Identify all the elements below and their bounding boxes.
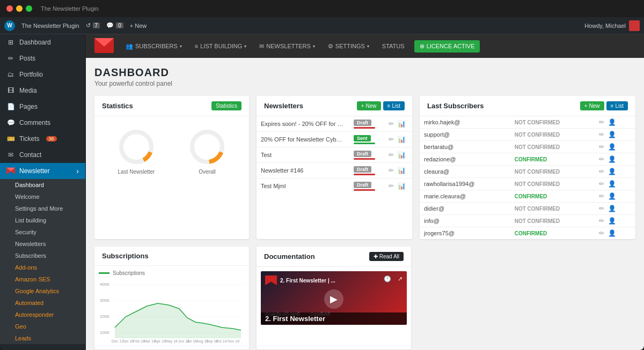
- profile-icon[interactable]: 👤: [608, 143, 616, 151]
- profile-icon[interactable]: 👤: [608, 168, 616, 175]
- submenu-security[interactable]: Security: [0, 226, 85, 238]
- submenu-geo[interactable]: Geo: [0, 321, 85, 332]
- newsletter-row: Test Draft ✏ 📊: [257, 147, 412, 163]
- newsletters-menu[interactable]: ✉NEWSLETTERS▾: [254, 40, 320, 53]
- submenu-newsletters[interactable]: Newsletters: [0, 238, 85, 250]
- sidebar-item-tickets[interactable]: 🎫 Tickets36: [0, 131, 85, 147]
- profile-icon[interactable]: 👤: [608, 155, 616, 163]
- subscriber-row: support@ NOT CONFIRMED ✏ 👤: [420, 129, 635, 141]
- subscriber-row: marie.cleaura@ CONFIRMED ✏ 👤: [420, 190, 635, 203]
- svg-text:Oct 18: Oct 18: [216, 339, 227, 343]
- newsletter-status: Sent: [349, 132, 382, 147]
- licence-button[interactable]: ⊕LICENCE ACTIVE: [414, 40, 480, 53]
- last-subscribers-title: Last Subscribers: [427, 102, 484, 110]
- page-subtitle: Your powerful control panel: [94, 80, 635, 87]
- edit-icon[interactable]: ✏: [389, 120, 394, 128]
- sidebar-item-comments[interactable]: 💬 Comments: [0, 115, 85, 131]
- submenu-leads[interactable]: Leads: [0, 332, 85, 344]
- newsletters-list-btn[interactable]: ≡ List: [383, 101, 405, 110]
- submenu-autoresponder[interactable]: Autoresponder: [0, 309, 85, 321]
- sidebar: ⊞ Dashboard ✏ Posts 🗂 Portfolio 🎞 Media …: [0, 34, 86, 350]
- chart-icon[interactable]: 📊: [398, 136, 406, 143]
- edit-subscriber-icon[interactable]: ✏: [599, 155, 604, 163]
- submenu-list-building[interactable]: List building: [0, 214, 85, 226]
- chart-icon[interactable]: 📊: [398, 120, 406, 128]
- wp-logo[interactable]: W: [4, 20, 15, 31]
- submenu-add-ons[interactable]: Add-ons: [0, 262, 85, 273]
- newsletter-status: Draft: [349, 178, 382, 194]
- edit-icon[interactable]: ✏: [389, 167, 394, 174]
- newsletter-row: Expires soon! - 20% OFF for Newsletter C…: [257, 116, 412, 132]
- statistics-btn[interactable]: Statistics: [211, 101, 241, 110]
- profile-icon[interactable]: 👤: [608, 131, 616, 138]
- edit-icon[interactable]: ✏: [389, 182, 394, 190]
- documentation-card: Documentation ✚ Read All 2. First Newsle…: [257, 247, 411, 349]
- submenu-dashboard[interactable]: Dashboard: [0, 179, 85, 191]
- maximize-button[interactable]: [26, 5, 32, 12]
- newsletters-header: Newsletters + New ≡ List: [257, 96, 412, 116]
- sidebar-item-portfolio[interactable]: 🗂 Portfolio: [0, 66, 85, 83]
- last-subscribers-new-btn[interactable]: + New: [580, 101, 604, 110]
- profile-icon[interactable]: 👤: [608, 192, 616, 200]
- minimize-button[interactable]: [16, 5, 23, 12]
- video-thumbnail[interactable]: 2. First Newsletter | ... 🕐 ↗ Guarda più…: [261, 271, 407, 325]
- edit-subscriber-icon[interactable]: ✏: [599, 131, 604, 138]
- edit-icon[interactable]: ✏: [389, 151, 394, 159]
- profile-icon[interactable]: 👤: [608, 180, 616, 188]
- submenu-settings-more[interactable]: Settings and More: [0, 203, 85, 214]
- newsletter-submenu: Dashboard Welcome Settings and More List…: [0, 179, 85, 344]
- tickets-icon: 🎫: [6, 135, 15, 143]
- edit-subscriber-icon[interactable]: ✏: [599, 168, 604, 175]
- new-button[interactable]: + New: [130, 23, 147, 29]
- newsletters-card: Newsletters + New ≡ List Expires soon! -…: [257, 96, 412, 239]
- edit-subscriber-icon[interactable]: ✏: [599, 205, 604, 212]
- share-icon: ↗: [398, 275, 402, 282]
- profile-icon[interactable]: 👤: [608, 229, 616, 237]
- sidebar-item-contact[interactable]: ✉ Contact: [0, 147, 85, 163]
- submenu-automated[interactable]: Automated: [0, 297, 85, 309]
- profile-icon[interactable]: 👤: [608, 118, 616, 126]
- play-button[interactable]: ▶: [324, 289, 343, 309]
- subscriber-actions: ✏ 👤: [592, 215, 635, 227]
- submenu-google-analytics[interactable]: Google Analytics: [0, 285, 85, 297]
- submenu-welcome[interactable]: Welcome: [0, 191, 85, 203]
- comments-icon[interactable]: 💬0: [106, 22, 123, 29]
- submenu-amazon-ses[interactable]: Amazon SES: [0, 273, 85, 285]
- edit-subscriber-icon[interactable]: ✏: [599, 118, 604, 126]
- chart-icon[interactable]: 📊: [398, 167, 406, 174]
- profile-icon[interactable]: 👤: [608, 205, 616, 212]
- edit-subscriber-icon[interactable]: ✏: [599, 192, 604, 200]
- svg-text:Mar 18: Mar 18: [144, 339, 156, 343]
- sidebar-item-dashboard[interactable]: ⊞ Dashboard: [0, 34, 85, 50]
- newsletter-nav: 👥SUBSCRIBERS▾ ≡LIST BUILDING▾ ✉NEWSLETTE…: [86, 34, 644, 58]
- last-subscribers-body: mirko.hajek@ NOT CONFIRMED ✏ 👤 support@ …: [420, 116, 635, 239]
- sidebar-item-newsletter[interactable]: Newsletter ›: [0, 163, 85, 179]
- subscriber-actions: ✏ 👤: [592, 141, 635, 153]
- updates-icon[interactable]: ↺7: [86, 22, 100, 29]
- submenu-subscribers[interactable]: Subscribers: [0, 250, 85, 262]
- list-building-menu[interactable]: ≡LIST BUILDING▾: [189, 40, 252, 53]
- subscriber-status: NOT CONFIRMED: [510, 116, 593, 129]
- newsletters-new-btn[interactable]: + New: [357, 101, 381, 110]
- edit-subscriber-icon[interactable]: ✏: [599, 180, 604, 188]
- chart-icon[interactable]: 📊: [398, 182, 406, 190]
- subscribers-menu[interactable]: 👥SUBSCRIBERS▾: [120, 40, 187, 53]
- subscriber-actions: ✏ 👤: [592, 178, 635, 190]
- documentation-title: Documentation: [264, 252, 315, 260]
- edit-subscriber-icon[interactable]: ✏: [599, 229, 604, 237]
- edit-icon[interactable]: ✏: [389, 136, 394, 143]
- close-button[interactable]: [6, 5, 13, 12]
- settings-menu[interactable]: ⚙SETTINGS▾: [323, 40, 375, 53]
- profile-icon[interactable]: 👤: [608, 217, 616, 225]
- sidebar-item-pages[interactable]: 📄 Pages: [0, 99, 85, 115]
- sidebar-item-posts[interactable]: ✏ Posts: [0, 50, 85, 66]
- last-subscribers-list-btn[interactable]: ≡ List: [606, 101, 628, 110]
- dashboard-icon: ⊞: [6, 38, 15, 47]
- newsletter-logo: [94, 38, 114, 55]
- chart-icon[interactable]: 📊: [398, 151, 406, 159]
- read-all-btn[interactable]: ✚ Read All: [369, 252, 404, 261]
- last-subscribers-actions: + New ≡ List: [580, 101, 628, 110]
- edit-subscriber-icon[interactable]: ✏: [599, 217, 604, 225]
- sidebar-item-media[interactable]: 🎞 Media: [0, 83, 85, 99]
- edit-subscriber-icon[interactable]: ✏: [599, 143, 604, 151]
